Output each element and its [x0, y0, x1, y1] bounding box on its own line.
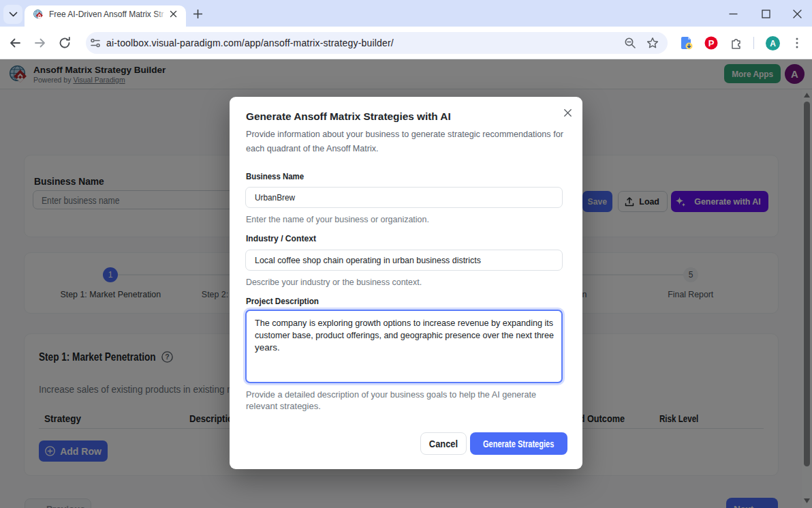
svg-text:P: P [708, 38, 715, 48]
